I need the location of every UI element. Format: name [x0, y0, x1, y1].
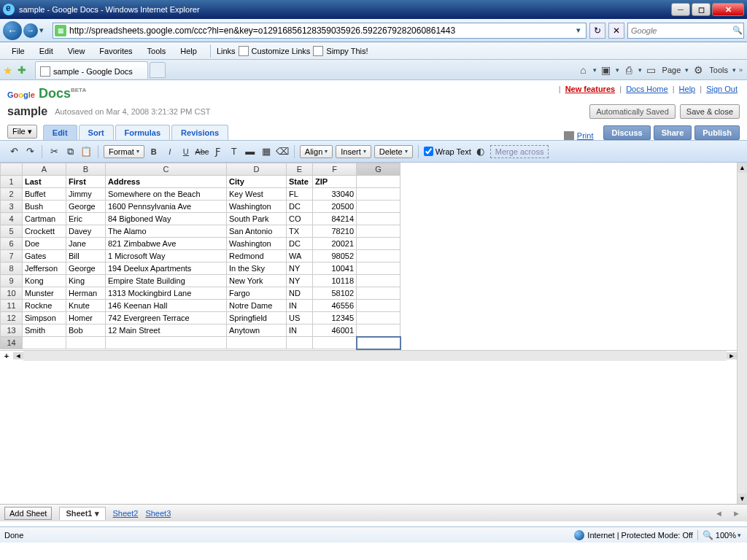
table-row[interactable]: 11RockneKnute146 Keenan HallNotre DameIN… — [1, 300, 400, 312]
col-header-D[interactable]: D — [227, 163, 287, 176]
refresh-button[interactable]: ↻ — [589, 23, 605, 39]
table-row[interactable]: 8JeffersonGeorge194 Deelux ApartmentsIn … — [1, 262, 400, 275]
share-button[interactable]: Share — [654, 125, 692, 140]
link-docs-home[interactable]: Docs Home — [626, 85, 667, 93]
table-row[interactable]: 5CrockettDaveyThe AlamoSan AntonioTX7821… — [1, 225, 400, 238]
scroll-right-icon[interactable]: ► — [727, 352, 737, 359]
menu-favorites[interactable]: Favorites — [92, 45, 139, 57]
sheet-tab-2[interactable]: Sheet2 — [113, 509, 139, 518]
wrap-text-checkbox[interactable]: Wrap Text — [424, 147, 471, 156]
borders-icon[interactable]: ▦ — [260, 145, 273, 158]
close-button[interactable]: ✕ — [712, 3, 744, 16]
clear-format-icon[interactable]: ⌫ — [276, 145, 289, 158]
sheet-tab-1[interactable]: Sheet1 ▾ — [59, 507, 105, 520]
zoom-level[interactable]: 100% — [716, 531, 736, 540]
zoom-icon[interactable]: 🔍 — [703, 530, 713, 540]
col-header-G[interactable]: G — [357, 163, 400, 176]
format-dropdown[interactable]: Format▾ — [104, 145, 144, 158]
tab-sort[interactable]: Sort — [79, 125, 114, 140]
address-dropdown[interactable]: ▾ — [573, 26, 584, 35]
print-dropdown[interactable]: ▾ — [637, 66, 643, 74]
copy-icon[interactable]: ⧉ — [63, 145, 77, 158]
page-menu[interactable]: Page — [659, 66, 684, 74]
chart-icon[interactable]: ◐ — [474, 145, 487, 158]
new-tab-button[interactable] — [150, 62, 166, 78]
page-icon[interactable]: ▭ — [645, 63, 658, 77]
zoom-dropdown[interactable]: ▾ — [736, 532, 743, 539]
merge-across-button[interactable]: Merge across — [490, 145, 549, 158]
discuss-button[interactable]: Discuss — [603, 125, 650, 140]
print-icon[interactable]: ⎙ — [622, 63, 635, 77]
auto-saved-button[interactable]: Automatically Saved — [589, 104, 676, 119]
print-link[interactable]: Print — [577, 131, 594, 140]
sheet-tab-3[interactable]: Sheet3 — [145, 509, 171, 518]
row-header[interactable]: 1 — [1, 176, 23, 188]
tab-revisions[interactable]: Revisions — [171, 125, 228, 140]
search-icon[interactable]: 🔍 — [732, 26, 743, 35]
spreadsheet-grid[interactable]: ABCDEFG1LastFirstAddressCityStateZIP2Buf… — [0, 163, 737, 504]
vertical-scrollbar[interactable]: ▲ ▼ — [737, 163, 747, 504]
feeds-icon[interactable]: ▣ — [600, 63, 613, 77]
table-row[interactable]: 12SimpsonHomer742 Evergreen TerraceSprin… — [1, 312, 400, 324]
tab-formulas[interactable]: Formulas — [115, 125, 171, 140]
font-size-icon[interactable]: Ƒ — [212, 145, 225, 158]
favorites-star-icon[interactable]: ★ — [3, 64, 15, 76]
publish-button[interactable]: Publish — [694, 125, 740, 140]
col-header-B[interactable]: B — [66, 163, 106, 176]
scroll-down-icon[interactable]: ▼ — [738, 494, 747, 504]
strikethrough-icon[interactable]: Abc — [196, 145, 209, 158]
menu-file[interactable]: File — [4, 45, 32, 57]
home-dropdown[interactable]: ▾ — [592, 66, 598, 74]
insert-dropdown[interactable]: Insert▾ — [336, 145, 371, 158]
menu-help[interactable]: Help — [173, 45, 204, 57]
paste-icon[interactable]: 📋 — [80, 145, 93, 158]
add-favorite-icon[interactable]: ✚ — [18, 64, 29, 76]
col-header-C[interactable]: C — [106, 163, 227, 176]
feeds-dropdown[interactable]: ▾ — [614, 66, 621, 74]
table-row[interactable]: 13SmithBob12 Main StreetAnytownIN46001 — [1, 324, 400, 337]
redo-icon[interactable]: ↷ — [23, 145, 36, 158]
home-icon[interactable]: ⌂ — [577, 63, 590, 77]
minimize-button[interactable]: ─ — [671, 3, 690, 16]
link-signout[interactable]: Sign Out — [706, 85, 738, 93]
fill-color-icon[interactable]: ▬ — [244, 145, 257, 158]
cut-icon[interactable]: ✂ — [47, 145, 61, 158]
table-row[interactable]: 9KongKingEmpire State BuildingNew YorkNY… — [1, 275, 400, 287]
undo-icon[interactable]: ↶ — [7, 145, 20, 158]
italic-icon[interactable]: I — [163, 145, 177, 158]
col-header-E[interactable]: E — [287, 163, 313, 176]
file-dropdown[interactable]: File ▾ — [7, 125, 37, 139]
tab-scroll-right-icon[interactable]: ► — [732, 509, 743, 518]
text-color-icon[interactable]: T — [228, 145, 241, 158]
nav-history-dropdown[interactable]: ▾ — [39, 26, 48, 35]
hscroll-track[interactable] — [23, 351, 727, 361]
tab-edit[interactable]: Edit — [43, 125, 77, 140]
menu-edit[interactable]: Edit — [32, 45, 61, 57]
link-help[interactable]: Help — [679, 85, 696, 93]
search-input[interactable] — [631, 26, 732, 35]
chevron-icon[interactable]: » — [738, 66, 744, 74]
forward-button[interactable]: → — [23, 23, 38, 38]
address-bar[interactable]: ▦ ▾ — [53, 23, 587, 39]
search-box[interactable]: 🔍 — [627, 23, 744, 39]
add-sheet-button[interactable]: Add Sheet — [4, 507, 52, 520]
table-row[interactable]: 3BushGeorge1600 Pennsylvania AveWashingt… — [1, 201, 400, 213]
link-new-features[interactable]: New features — [565, 85, 615, 93]
tab-scroll-left-icon[interactable]: ◄ — [715, 509, 725, 518]
underline-icon[interactable]: U — [179, 145, 193, 158]
menu-view[interactable]: View — [61, 45, 93, 57]
gear-icon[interactable]: ⚙ — [692, 63, 705, 77]
col-header-F[interactable]: F — [313, 163, 357, 176]
table-row[interactable]: 7GatesBill1 Microsoft WayRedmondWA98052 — [1, 250, 400, 262]
row-header[interactable]: 14 — [1, 337, 23, 349]
url-input[interactable] — [69, 26, 573, 36]
save-close-button[interactable]: Save & close — [680, 104, 740, 119]
col-header-A[interactable]: A — [23, 163, 66, 176]
scroll-up-icon[interactable]: ▲ — [738, 163, 747, 173]
bold-icon[interactable]: B — [147, 145, 160, 158]
menu-tools[interactable]: Tools — [140, 45, 174, 57]
selected-cell[interactable] — [357, 337, 400, 349]
table-row[interactable]: 6DoeJane821 Zimbabwe AveWashingtonDC2002… — [1, 238, 400, 250]
scroll-left-icon[interactable]: ◄ — [13, 352, 23, 359]
table-row[interactable]: 2BuffetJimmySomewhere on the BeachKey We… — [1, 188, 400, 201]
